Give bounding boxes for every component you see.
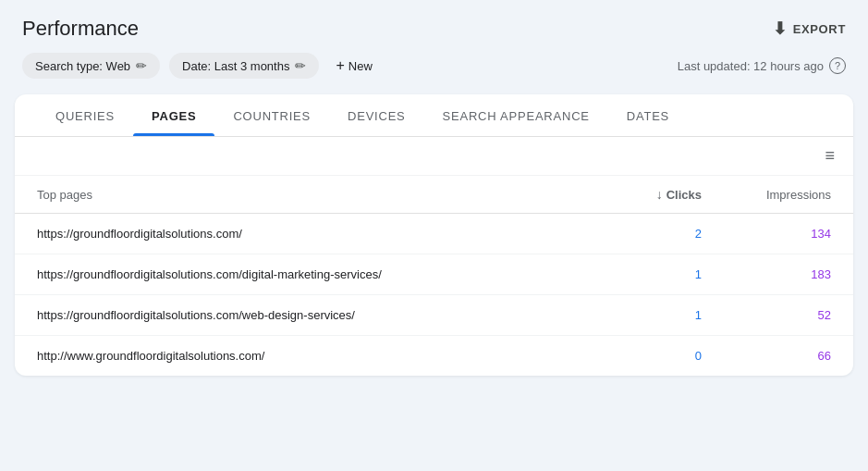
table-row: http://www.groundfloordigitalsolutions.c… [15, 336, 853, 376]
export-button[interactable]: ⬇ EXPORT [773, 19, 846, 39]
export-icon: ⬇ [773, 19, 788, 39]
new-label: New [348, 59, 373, 73]
search-type-label: Search type: Web [35, 59, 130, 73]
tab-devices[interactable]: DEVICES [329, 94, 424, 136]
sort-down-icon: ↓ [656, 187, 663, 202]
col-impressions-header: Impressions [702, 188, 831, 202]
search-type-edit-icon: ✏ [136, 58, 147, 73]
table-row: https://groundfloordigitalsolutions.com/… [15, 254, 853, 295]
help-icon[interactable]: ? [829, 57, 846, 74]
col-clicks-header: ↓ Clicks [591, 187, 702, 202]
tab-search-appearance[interactable]: SEARCH APPEARANCE [424, 94, 608, 136]
tab-queries[interactable]: QUERIES [37, 94, 133, 136]
cell-url[interactable]: https://groundfloordigitalsolutions.com/ [37, 227, 591, 241]
tab-pages[interactable]: PAGES [133, 94, 214, 136]
last-updated: Last updated: 12 hours ago ? [678, 57, 846, 74]
filters-bar: Search type: Web ✏ Date: Last 3 months ✏… [0, 52, 868, 94]
tab-dates[interactable]: DATES [608, 94, 688, 136]
date-filter[interactable]: Date: Last 3 months ✏ [169, 53, 319, 79]
main-card: QUERIES PAGES COUNTRIES DEVICES SEARCH A… [15, 94, 853, 376]
cell-impressions: 183 [702, 267, 831, 281]
cell-clicks: 1 [591, 267, 702, 281]
tabs-bar: QUERIES PAGES COUNTRIES DEVICES SEARCH A… [15, 94, 853, 137]
cell-clicks: 2 [591, 227, 702, 241]
date-edit-icon: ✏ [295, 58, 306, 73]
table-header: Top pages ↓ Clicks Impressions [15, 176, 853, 214]
cell-impressions: 66 [702, 349, 831, 363]
table-row: https://groundfloordigitalsolutions.com/… [15, 295, 853, 336]
cell-impressions: 134 [702, 227, 831, 241]
last-updated-text: Last updated: 12 hours ago [678, 59, 824, 73]
new-filter-button[interactable]: + New [328, 52, 379, 80]
table-row: https://groundfloordigitalsolutions.com/… [15, 214, 853, 254]
cell-impressions: 52 [702, 308, 831, 322]
date-label: Date: Last 3 months [182, 59, 289, 73]
cell-clicks: 1 [591, 308, 702, 322]
cell-url[interactable]: http://www.groundfloordigitalsolutions.c… [37, 349, 591, 363]
col-page-header: Top pages [37, 188, 591, 202]
search-type-filter[interactable]: Search type: Web ✏ [22, 53, 160, 79]
cell-url[interactable]: https://groundfloordigitalsolutions.com/… [37, 308, 591, 322]
filter-list-icon[interactable]: ≡ [825, 146, 835, 166]
filter-row: ≡ [15, 137, 853, 176]
tab-countries[interactable]: COUNTRIES [214, 94, 329, 136]
page-title: Performance [22, 17, 139, 41]
cell-clicks: 0 [591, 349, 702, 363]
export-label: EXPORT [793, 22, 846, 36]
table-body: https://groundfloordigitalsolutions.com/… [15, 214, 853, 376]
cell-url[interactable]: https://groundfloordigitalsolutions.com/… [37, 267, 591, 281]
plus-icon: + [336, 57, 344, 74]
